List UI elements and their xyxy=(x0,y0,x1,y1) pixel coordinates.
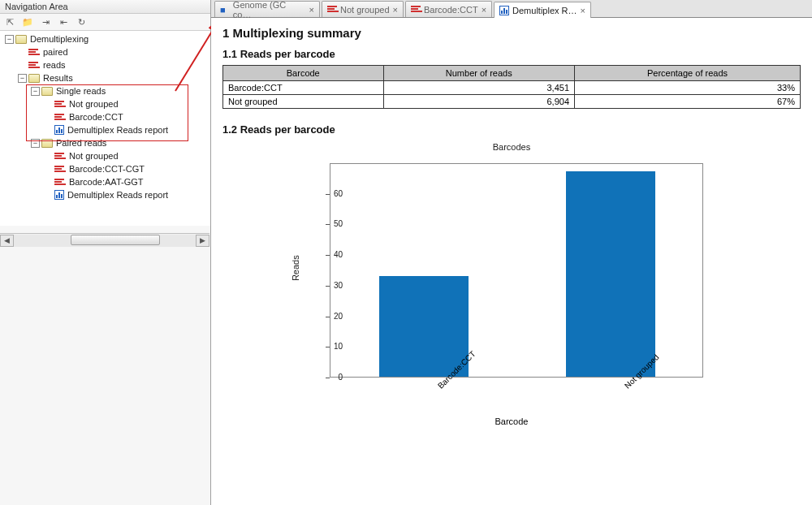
chart-y-tick-label: 60 xyxy=(318,189,343,198)
chart-container: Barcodes Reads 0102030405060Barcode:CCTN… xyxy=(222,142,801,423)
reads-icon xyxy=(28,48,40,56)
folder-icon xyxy=(28,74,40,83)
scroll-left-button[interactable]: ◀ xyxy=(0,235,14,247)
tree-item[interactable]: −Single reads xyxy=(3,84,210,97)
navigation-title: Navigation Area xyxy=(0,0,210,14)
tree-item[interactable]: −Demultiplexing xyxy=(3,32,210,45)
tab-bar: ■Genome (GC co…×Not grouped×Barcode:CCT×… xyxy=(211,0,812,18)
tree-item[interactable]: reads xyxy=(3,58,210,71)
tree-item[interactable]: Not grouped xyxy=(3,97,210,110)
report-heading-1-2: 1.2 Reads per barcode xyxy=(222,123,801,136)
expander-icon[interactable]: − xyxy=(18,74,27,83)
reads-icon xyxy=(327,5,337,15)
tab[interactable]: ■Genome (GC co…× xyxy=(214,1,320,17)
report-icon xyxy=(54,125,64,135)
tree-item-label: Single reads xyxy=(56,86,106,96)
table-cell: 6,904 xyxy=(383,95,574,109)
report-heading-1: 1 Multiplexing summary xyxy=(222,26,801,40)
tree-item-label: reads xyxy=(43,60,66,70)
tree-item[interactable]: −Results xyxy=(3,71,210,84)
tree-item-label: Demultiplex Reads report xyxy=(67,125,168,135)
table-cell: 3,451 xyxy=(383,81,574,95)
tree-item[interactable]: Demultiplex Reads report xyxy=(3,188,210,201)
tree-item-label: paired xyxy=(43,47,68,57)
chart-plot-area xyxy=(330,163,703,378)
reads-icon xyxy=(54,165,66,173)
tab-label: Not grouped xyxy=(340,5,390,15)
tab[interactable]: Barcode:CCT× xyxy=(405,1,492,17)
new-folder-icon[interactable]: 📁 xyxy=(21,15,34,28)
scroll-right-button[interactable]: ▶ xyxy=(196,235,209,247)
close-icon[interactable]: × xyxy=(482,5,486,15)
tree-item-label: Demultiplex Reads report xyxy=(67,190,168,200)
import-icon[interactable]: ⇥ xyxy=(39,15,52,28)
expander-icon[interactable]: − xyxy=(5,35,14,44)
chart-icon: ■ xyxy=(220,5,230,15)
tree-item[interactable]: paired xyxy=(3,45,210,58)
main-area: ■Genome (GC co…×Not grouped×Barcode:CCT×… xyxy=(211,0,812,505)
expander-icon[interactable]: − xyxy=(31,139,40,148)
close-icon[interactable]: × xyxy=(309,5,314,15)
tree-item-label: Barcode:CCT xyxy=(69,112,123,122)
expander-icon[interactable]: − xyxy=(31,87,40,96)
tree-item-label: Barcode:AAT-GGT xyxy=(69,177,144,187)
table-header: Barcode xyxy=(223,66,384,81)
horizontal-scrollbar[interactable]: ◀ ▶ xyxy=(0,233,209,247)
refresh-icon[interactable]: ↻ xyxy=(75,15,88,28)
table-cell: Not grouped xyxy=(223,95,384,109)
table-header: Percentage of reads xyxy=(575,66,801,81)
folder-icon xyxy=(41,87,53,96)
report-heading-1-1: 1.1 Reads per barcode xyxy=(222,48,801,60)
tab-label: Demultiplex R… xyxy=(512,6,577,15)
report-icon xyxy=(499,6,509,15)
navigation-tree[interactable]: −Demultiplexingpairedreads−Results−Singl… xyxy=(0,31,210,226)
report-content: 1 Multiplexing summary 1.1 Reads per bar… xyxy=(211,18,812,505)
reads-icon xyxy=(28,61,40,69)
tree-item[interactable]: Barcode:CCT xyxy=(3,110,210,123)
chart-y-tick-label: 30 xyxy=(318,281,343,290)
reads-icon xyxy=(54,100,66,108)
tree-item-label: Not grouped xyxy=(69,151,119,161)
table-cell: Barcode:CCT xyxy=(223,81,384,95)
tree-item[interactable]: Barcode:CCT-CGT xyxy=(3,162,210,175)
folder-icon xyxy=(15,35,27,44)
chart-y-tick-label: 10 xyxy=(318,342,343,351)
navigation-panel: Navigation Area ⇱ 📁 ⇥ ⇤ ↻ −Demultiplexin… xyxy=(0,0,211,505)
chart-x-axis-label: Barcode xyxy=(300,417,723,452)
table-row: Not grouped6,90467% xyxy=(223,95,801,109)
tree-item-label: Not grouped xyxy=(69,99,119,109)
close-icon[interactable]: × xyxy=(581,6,585,15)
tree-item-label: Paired reads xyxy=(56,138,106,148)
cursor-icon[interactable]: ⇱ xyxy=(3,15,16,28)
reads-icon xyxy=(54,152,66,160)
tree-item[interactable]: Not grouped xyxy=(3,149,210,162)
bar-chart: Reads 0102030405060Barcode:CCTNot groupe… xyxy=(300,155,723,423)
reads-icon xyxy=(411,5,421,15)
tree-item-label: Demultiplexing xyxy=(30,34,89,44)
close-icon[interactable]: × xyxy=(393,5,398,15)
chart-title: Barcodes xyxy=(222,142,801,152)
chart-y-tick-label: 40 xyxy=(318,250,343,259)
tab[interactable]: Demultiplex R…× xyxy=(494,2,591,18)
tree-item-label: Results xyxy=(43,73,73,83)
report-icon xyxy=(54,190,64,200)
reads-per-barcode-table: BarcodeNumber of readsPercentage of read… xyxy=(222,65,801,109)
tree-item[interactable]: −Paired reads xyxy=(3,136,210,149)
scroll-track[interactable] xyxy=(14,235,196,247)
tab-label: Barcode:CCT xyxy=(424,5,478,15)
reads-icon xyxy=(54,178,66,186)
tree-item[interactable]: Barcode:AAT-GGT xyxy=(3,175,210,188)
chart-y-tick-label: 0 xyxy=(318,373,343,382)
tab-label: Genome (GC co… xyxy=(233,0,306,19)
chart-y-tick-label: 50 xyxy=(318,219,343,228)
tree-item[interactable]: Demultiplex Reads report xyxy=(3,123,210,136)
tab[interactable]: Not grouped× xyxy=(322,1,404,17)
table-cell: 67% xyxy=(575,95,801,109)
scroll-thumb[interactable] xyxy=(71,235,160,245)
export-icon[interactable]: ⇤ xyxy=(57,15,70,28)
table-header: Number of reads xyxy=(383,66,574,81)
navigation-toolbar: ⇱ 📁 ⇥ ⇤ ↻ xyxy=(0,14,210,31)
reads-icon xyxy=(54,113,66,121)
chart-y-tick-label: 20 xyxy=(318,312,343,321)
chart-bar xyxy=(566,171,655,377)
